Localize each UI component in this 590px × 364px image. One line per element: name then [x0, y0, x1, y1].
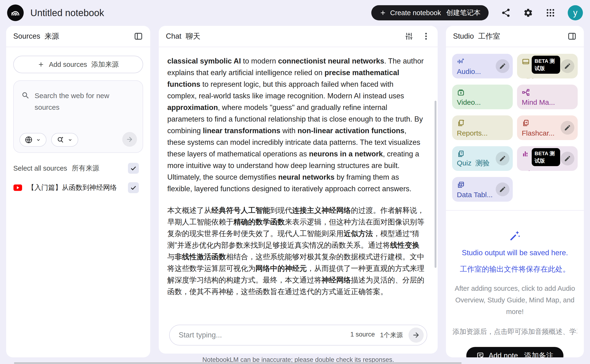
- source-list: 【入门篇】从函数到神经网络: [13, 182, 143, 193]
- search-icon: [21, 91, 30, 100]
- mind-map-icon: [522, 88, 530, 97]
- chat-title-zh: 聊天: [186, 31, 200, 41]
- create-notebook-button[interactable]: Create notebook 创建笔记本: [371, 5, 489, 20]
- studio-tile-mind-map[interactable]: Mind Ma...: [517, 84, 578, 109]
- source-count: 1 source 1个来源: [350, 331, 403, 339]
- youtube-icon: [13, 184, 22, 191]
- add-note-button[interactable]: Add note 添加备注: [466, 347, 564, 357]
- collapse-panel-icon[interactable]: [567, 32, 577, 41]
- studio-tile-flashcards[interactable]: Flashcar...: [517, 115, 578, 140]
- edit-pencil-button[interactable]: [561, 152, 574, 165]
- chevron-down-icon: [36, 137, 41, 143]
- studio-tile-label: Infograp...: [522, 169, 554, 171]
- studio-tile-data-table[interactable]: Data Tabl...: [452, 177, 513, 202]
- note-icon: [476, 352, 484, 357]
- select-all-checkbox[interactable]: [128, 163, 139, 174]
- app-header: Untitled notebook Create notebook 创建笔记本 …: [0, 0, 590, 26]
- studio-tile-label: Slide D...: [522, 77, 551, 78]
- quiz-icon: ?: [457, 150, 465, 158]
- add-note-label-zh: 添加备注: [524, 351, 553, 357]
- studio-panel: Studio 工作室 Audio...BETA 测试版Slide D...Vid…: [446, 26, 584, 357]
- svg-text:?: ?: [460, 151, 462, 155]
- chat-messages: classical symbolic AI to modern connecti…: [167, 48, 424, 311]
- studio-empty-headline-zh: 工作室的输出文件将保存在此处。: [453, 264, 577, 274]
- source-checkbox[interactable]: [128, 182, 139, 193]
- notebooklm-logo-icon: [7, 5, 24, 21]
- studio-empty-body-zh: 添加资源后，点击即可添加音频概述、学习: [453, 327, 577, 337]
- studio-empty-state: Studio output will be saved here. 工作室的输出…: [446, 211, 584, 337]
- studio-tile-audio-overview[interactable]: Audio...: [452, 54, 513, 78]
- checkmark-icon: [130, 165, 137, 172]
- video-overview-icon: [457, 88, 465, 97]
- chevron-down-icon: [67, 137, 73, 143]
- studio-title-en: Studio: [453, 32, 474, 40]
- send-button[interactable]: [408, 327, 424, 343]
- sources-title-zh: 来源: [45, 31, 59, 41]
- select-all-label-en: Select all sources: [13, 164, 67, 172]
- checkmark-icon: [130, 184, 137, 191]
- page-title[interactable]: Untitled notebook: [30, 8, 104, 18]
- chat-panel: Chat 聊天 classical symbolic AI to modern …: [159, 26, 438, 354]
- horizontal-scrollbar[interactable]: [14, 362, 461, 364]
- studio-tile-video-overview[interactable]: Video...: [452, 84, 513, 109]
- add-sources-label-zh: 添加来源: [91, 60, 119, 69]
- studio-tile-label: Audio...: [457, 68, 481, 76]
- arrow-right-icon: [126, 136, 133, 143]
- studio-title-zh: 工作室: [478, 31, 500, 41]
- audio-overview-icon: [457, 58, 465, 66]
- plus-icon: [379, 9, 386, 16]
- sources-panel: Sources 来源 Add sources 添加来源 Search the w…: [6, 26, 150, 357]
- source-row[interactable]: 【入门篇】从函数到神经网络: [13, 182, 143, 193]
- chat-paragraph: 本文概述了从经典符号人工智能到现代连接主义神经网络的过渡。作者解释说，早期人工智…: [167, 205, 424, 297]
- chat-title-en: Chat: [166, 32, 181, 40]
- edit-pencil-button[interactable]: [561, 121, 574, 135]
- sparkle-search-icon: [56, 136, 65, 144]
- studio-tile-label: Flashcar...: [522, 129, 554, 137]
- studio-tile-reports[interactable]: Reports...: [452, 115, 513, 140]
- studio-tile-label: Mind Ma...: [522, 98, 555, 106]
- edit-pencil-button[interactable]: [561, 59, 574, 73]
- data-table-icon: [457, 181, 465, 189]
- web-source-type-chip[interactable]: [19, 133, 46, 147]
- plus-icon: [38, 61, 45, 68]
- arrow-right-icon: [412, 331, 420, 339]
- studio-tile-infographic[interactable]: BETA 测试版Infograp...: [517, 146, 578, 171]
- studio-tile-quiz[interactable]: ?Quiz 测验: [452, 146, 513, 171]
- edit-pencil-button[interactable]: [496, 182, 509, 196]
- studio-tile-slides[interactable]: BETA 测试版Slide D...: [517, 54, 578, 78]
- chat-input[interactable]: Start typing...: [179, 331, 222, 339]
- edit-pencil-button[interactable]: [496, 152, 509, 165]
- sources-title-en: Sources: [13, 32, 40, 40]
- studio-empty-headline-en: Studio output will be saved here.: [453, 249, 577, 257]
- studio-tile-label: Quiz 测验: [457, 158, 490, 168]
- magic-wand-icon: [509, 230, 521, 242]
- search-mode-chip[interactable]: [51, 133, 78, 147]
- tune-settings-icon[interactable]: [404, 32, 414, 41]
- collapse-panel-icon[interactable]: [134, 32, 143, 41]
- add-sources-label-en: Add sources: [49, 61, 87, 68]
- flashcards-icon: [522, 119, 530, 127]
- beta-badge: BETA 测试版: [532, 56, 560, 74]
- globe-icon: [25, 136, 33, 144]
- studio-tile-label: Data Tabl...: [457, 191, 493, 199]
- share-icon[interactable]: [501, 8, 511, 18]
- add-sources-button[interactable]: Add sources 添加来源: [13, 56, 143, 73]
- search-input[interactable]: Search the web for new sources: [35, 90, 122, 113]
- select-all-row: Select all sources 所有来源: [13, 163, 143, 174]
- settings-gear-icon[interactable]: [523, 8, 533, 18]
- edit-pencil-button[interactable]: [496, 59, 509, 73]
- studio-tile-label: Reports...: [457, 129, 488, 137]
- chat-input-bar: Start typing... 1 source 1个来源: [169, 325, 427, 345]
- source-title: 【入门篇】从函数到神经网络: [27, 183, 117, 192]
- more-vert-icon[interactable]: [421, 32, 431, 41]
- studio-tile-label: Video...: [457, 98, 481, 106]
- reports-icon: [457, 119, 465, 127]
- create-notebook-label-en: Create notebook: [390, 9, 441, 17]
- avatar[interactable]: y: [568, 5, 583, 20]
- chat-scrollbar[interactable]: [434, 101, 436, 268]
- apps-grid-icon[interactable]: [545, 8, 555, 18]
- studio-tile-grid: Audio...BETA 测试版Slide D...Video...Mind M…: [446, 47, 584, 202]
- create-notebook-label-zh: 创建笔记本: [446, 8, 480, 18]
- search-submit-button[interactable]: [122, 132, 137, 147]
- studio-empty-body-en: After adding sources, click to add Audio…: [453, 283, 577, 318]
